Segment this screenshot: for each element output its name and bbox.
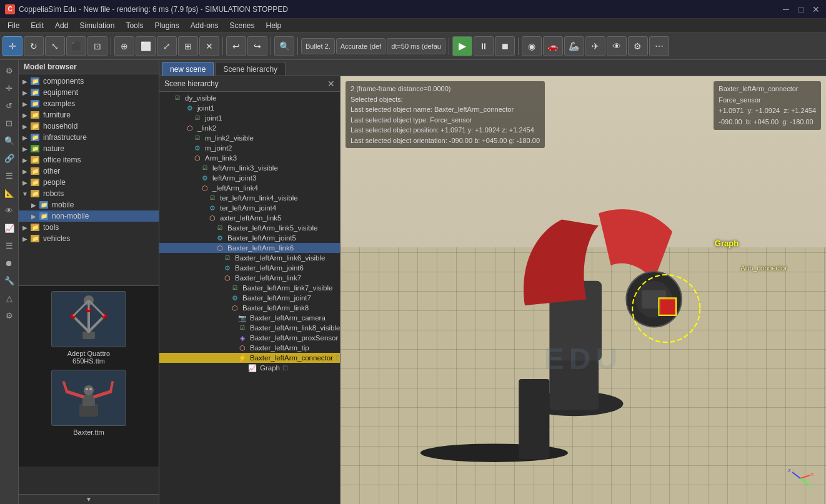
hierarchy-item[interactable]: ⚙m_joint2 xyxy=(159,143,340,153)
tree-item-vehicles[interactable]: ▶📁vehicles xyxy=(19,233,159,244)
hierarchy-item[interactable]: ⚙Baxter_leftArm_joint7 xyxy=(159,293,340,303)
pause-button[interactable]: ⏸ xyxy=(474,36,494,56)
hierarchy-item[interactable]: ⚙leftArm_joint3 xyxy=(159,173,340,183)
hierarchy-item[interactable]: ⚙Baxter_leftArm_joint5 xyxy=(159,233,340,243)
view360-button[interactable]: ◉ xyxy=(522,36,542,56)
car-button[interactable]: 🚗 xyxy=(543,36,563,56)
sidebar-snap-icon[interactable]: 🔗 xyxy=(1,150,17,166)
undo-button[interactable]: ↩ xyxy=(226,36,246,56)
sidebar-record-icon[interactable]: ⏺ xyxy=(1,255,17,271)
sidebar-list-icon[interactable]: ☰ xyxy=(1,237,17,254)
settings-button[interactable]: ⚙ xyxy=(628,36,648,56)
scroll-down-button[interactable]: ▼ xyxy=(19,494,159,504)
hierarchy-item[interactable]: ⬡Baxter_leftArm_link8 xyxy=(159,303,340,313)
menu-add[interactable]: Add xyxy=(50,20,73,31)
menu-scenes[interactable]: Scenes xyxy=(225,20,260,31)
tree-item-components[interactable]: ▶📁components xyxy=(19,76,159,87)
tree-item-robots[interactable]: ▼📁robots xyxy=(19,188,159,199)
hierarchy-item[interactable]: ⬡_leftArm_link4 xyxy=(159,183,340,193)
arm-button[interactable]: 🦾 xyxy=(564,36,584,56)
delete-button[interactable]: ✕ xyxy=(199,36,219,56)
hierarchy-item[interactable]: ☑joint1 xyxy=(159,113,340,123)
menu-addons[interactable]: Add-ons xyxy=(186,20,224,31)
hierarchy-item[interactable]: ☑ter_leftArm_link4_visible xyxy=(159,193,340,203)
pointer-button[interactable]: ⊕ xyxy=(114,36,134,56)
sidebar-move-icon[interactable]: ✛ xyxy=(1,80,17,96)
tree-expand-icon[interactable]: ▶ xyxy=(21,134,29,141)
tree-expand-icon[interactable]: ▶ xyxy=(21,167,29,175)
duplicate-button[interactable]: ⊞ xyxy=(178,36,198,56)
menu-simulation[interactable]: Simulation xyxy=(74,20,119,31)
hierarchy-item[interactable]: ☑Baxter_leftArm_link7_visible xyxy=(159,283,340,293)
hierarchy-item[interactable]: ⬡_link2 xyxy=(159,123,340,133)
move2-button[interactable]: ⤢ xyxy=(157,36,177,56)
hierarchy-item[interactable]: ⚙Baxter_leftArm_joint6 xyxy=(159,263,340,273)
sidebar-view-icon[interactable]: 👁 xyxy=(1,202,17,219)
tree-expand-icon[interactable]: ▶ xyxy=(21,224,29,231)
more-button[interactable]: ⋯ xyxy=(649,36,669,56)
minimize-button[interactable]: ─ xyxy=(781,4,791,14)
hierarchy-tree[interactable]: ☑dy_visible⚙joint1☑joint1⬡_link2☑m_link2… xyxy=(159,92,340,504)
hierarchy-item[interactable]: 📈Graph☐ xyxy=(159,363,340,373)
tree-expand-icon[interactable]: ▶ xyxy=(21,145,29,152)
eye-button[interactable]: 👁 xyxy=(607,36,627,56)
hierarchy-item[interactable]: ☑m_link2_visible xyxy=(159,133,340,143)
hierarchy-item[interactable]: ◈Baxter_leftArm_proxSensor xyxy=(159,333,340,343)
tree-expand-icon[interactable]: ▶ xyxy=(21,111,29,119)
window-controls[interactable]: ─ □ ✕ xyxy=(781,4,821,14)
tree-expand-icon[interactable]: ▶ xyxy=(21,77,29,85)
rotate-button[interactable]: ↻ xyxy=(24,36,44,56)
close-button[interactable]: ✕ xyxy=(811,4,821,14)
hierarchy-item[interactable]: ☑leftArm_link3_visible xyxy=(159,163,340,173)
sidebar-wrench-icon[interactable]: 🔧 xyxy=(1,272,17,289)
tree-item-people[interactable]: ▶📁people xyxy=(19,177,159,188)
tree-expand-icon[interactable]: ▶ xyxy=(21,235,29,242)
hierarchy-item[interactable]: ⬡Arm_link3 xyxy=(159,153,340,163)
hierarchy-item[interactable]: ⚙ter_leftArm_joint4 xyxy=(159,203,340,213)
menu-help[interactable]: Help xyxy=(261,20,287,31)
accuracy-dropdown[interactable]: Accurate (def xyxy=(336,38,386,54)
model-browser-tree[interactable]: ▶📁components▶📁equipment▶📁examples▶📁furni… xyxy=(19,74,159,285)
scene-hierarchy-close[interactable]: ✕ xyxy=(327,79,335,89)
tree-expand-icon[interactable]: ▶ xyxy=(21,100,29,107)
tree-item-mobile[interactable]: ▶📁mobile xyxy=(19,199,159,210)
sidebar-triangle-icon[interactable]: △ xyxy=(1,290,17,306)
tree-item-infrastructure[interactable]: ▶📁infrastructure xyxy=(19,132,159,143)
hierarchy-item[interactable]: ☑dy_visible xyxy=(159,93,340,103)
tree-expand-icon[interactable]: ▼ xyxy=(21,190,29,197)
menu-file[interactable]: File xyxy=(2,20,24,31)
tree-item-tools[interactable]: ▶📁tools xyxy=(19,222,159,233)
menu-edit[interactable]: Edit xyxy=(26,20,49,31)
tree-item-office-items[interactable]: ▶📁office items xyxy=(19,154,159,166)
tree-item-examples[interactable]: ▶📁examples xyxy=(19,98,159,109)
tree-expand-icon[interactable]: ▶ xyxy=(21,156,29,164)
move-object-button[interactable]: ✛ xyxy=(2,36,22,56)
hierarchy-item[interactable]: ⚙joint1 xyxy=(159,103,340,113)
hierarchy-item[interactable]: ☑Baxter_leftArm_link6_visible xyxy=(159,253,340,263)
hierarchy-item[interactable]: ⚡Baxter_leftArm_connector☐ xyxy=(159,353,340,363)
tree-expand-icon[interactable]: ▶ xyxy=(21,179,29,186)
redo-button[interactable]: ↪ xyxy=(247,36,267,56)
preview-item-adept[interactable]: Adept Quattro650HS.ttm xyxy=(51,291,126,365)
hierarchy-item[interactable]: ⬡axter_leftArm_link5 xyxy=(159,213,340,223)
sidebar-layers-icon[interactable]: ☰ xyxy=(1,167,17,184)
sidebar-graph2-icon[interactable]: 📈 xyxy=(1,220,17,236)
sidebar-rotate-icon[interactable]: ↺ xyxy=(1,97,17,114)
drone-button[interactable]: ✈ xyxy=(585,36,605,56)
tree-item-furniture[interactable]: ▶📁furniture xyxy=(19,109,159,121)
tab-scene-hierarchy[interactable]: Scene hierarchy xyxy=(215,62,286,76)
stop-button[interactable]: ⏹ xyxy=(495,36,515,56)
sidebar-scale-icon[interactable]: ⊡ xyxy=(1,115,17,131)
maximize-button[interactable]: □ xyxy=(796,4,806,14)
preview-item-baxter[interactable]: Baxter.ttm xyxy=(51,370,126,436)
sidebar-search-icon[interactable]: 🔍 xyxy=(1,132,17,149)
sidebar-settings-icon[interactable]: ⚙ xyxy=(1,62,17,79)
hierarchy-item[interactable]: ⬡Baxter_leftArm_tip xyxy=(159,343,340,353)
hierarchy-item[interactable]: ⬡Baxter_leftArm_link6 xyxy=(159,243,340,253)
tree-item-other[interactable]: ▶📁other xyxy=(19,166,159,177)
play-button[interactable]: ▶ xyxy=(452,36,472,56)
camera-button[interactable]: ⬛ xyxy=(66,36,86,56)
hierarchy-item[interactable]: ⬡Baxter_leftArm_link7 xyxy=(159,273,340,283)
menu-plugins[interactable]: Plugins xyxy=(149,20,184,31)
scale-button[interactable]: ⤡ xyxy=(45,36,65,56)
